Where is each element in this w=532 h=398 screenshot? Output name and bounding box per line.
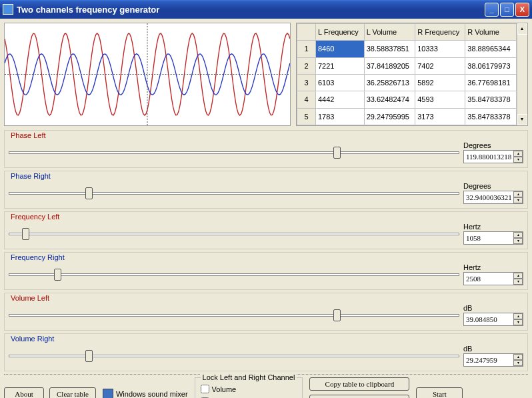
unit-label: dB bbox=[463, 345, 523, 353]
lock-volume-label: Volume bbox=[212, 385, 237, 393]
unit-label: Degrees bbox=[463, 182, 523, 190]
table-header[interactable]: L Frequency bbox=[316, 24, 365, 41]
group-vol-left: Volume LeftdB▴▾ bbox=[4, 293, 528, 331]
table-row[interactable]: 3610336.25826713589236.77698181 bbox=[297, 74, 517, 91]
spin-down-icon[interactable]: ▾ bbox=[513, 157, 523, 163]
unit-label: dB bbox=[463, 304, 523, 312]
mixer-label: Windows sound mixer bbox=[116, 390, 188, 398]
table-header[interactable]: R Frequency bbox=[415, 24, 465, 41]
vol-right-input[interactable] bbox=[464, 354, 513, 366]
lock-legend: Lock Left and Right Channel bbox=[201, 373, 297, 381]
titlebar[interactable]: Two channels frequency generator _ □ X bbox=[0, 0, 532, 19]
unit-label: Hertz bbox=[463, 263, 523, 271]
scroll-up-icon[interactable]: ▴ bbox=[517, 23, 527, 35]
group-legend: Frequency Right bbox=[9, 253, 67, 261]
freq-right-input[interactable] bbox=[464, 273, 513, 285]
table-scrollbar[interactable]: ▴ ▾ bbox=[517, 23, 527, 125]
group-legend: Frequency Left bbox=[9, 213, 61, 221]
group-freq-left: Frequency LeftHertz▴▾ bbox=[4, 211, 528, 249]
spin-up-icon[interactable]: ▴ bbox=[513, 191, 523, 197]
lock-volume-checkbox[interactable] bbox=[201, 385, 209, 393]
table-row[interactable]: 4444233.62482474459335.84783378 bbox=[297, 91, 517, 108]
group-legend: Phase Left bbox=[9, 131, 48, 139]
clear-table-button[interactable]: Clear table bbox=[49, 387, 96, 398]
scroll-down-icon[interactable]: ▾ bbox=[517, 114, 527, 125]
unit-label: Degrees bbox=[463, 141, 523, 149]
group-legend: Volume Left bbox=[9, 294, 51, 302]
table-header[interactable] bbox=[297, 24, 316, 41]
spin-up-icon[interactable]: ▴ bbox=[513, 313, 523, 319]
spin-up-icon[interactable]: ▴ bbox=[513, 151, 523, 157]
table-row[interactable]: 1846038.588378511033338.88965344 bbox=[297, 41, 517, 57]
lock-channel-group: Lock Left and Right Channel Volume Frequ… bbox=[195, 377, 303, 398]
freq-left-input[interactable] bbox=[464, 232, 513, 244]
group-phase-right: Phase RightDegrees▴▾ bbox=[4, 171, 528, 209]
minimize-button[interactable]: _ bbox=[485, 3, 499, 17]
table-header[interactable]: R Volume bbox=[465, 24, 516, 41]
window-title: Two channels frequency generator bbox=[17, 5, 159, 15]
spin-up-icon[interactable]: ▴ bbox=[513, 232, 523, 238]
unit-label: Hertz bbox=[463, 223, 523, 231]
spin-down-icon[interactable]: ▾ bbox=[513, 319, 523, 325]
sound-mixer-link[interactable]: Windows sound mixer bbox=[103, 377, 188, 398]
group-phase-left: Phase LeftDegrees▴▾ bbox=[4, 130, 528, 168]
spin-up-icon[interactable]: ▴ bbox=[513, 354, 523, 360]
vol-left-input[interactable] bbox=[464, 313, 513, 325]
vol-left-slider[interactable] bbox=[9, 309, 459, 321]
freq-right-slider[interactable] bbox=[9, 269, 459, 281]
app-icon bbox=[3, 4, 13, 15]
spin-down-icon[interactable]: ▾ bbox=[513, 197, 523, 203]
close-button[interactable]: X bbox=[515, 3, 529, 17]
mixer-icon bbox=[103, 389, 113, 398]
capture-data-button[interactable]: Capture Data Point to table bbox=[309, 395, 409, 398]
spin-down-icon[interactable]: ▾ bbox=[513, 360, 523, 366]
table-header[interactable]: L Volume bbox=[364, 24, 415, 41]
start-button[interactable]: Start bbox=[416, 387, 463, 398]
copy-table-button[interactable]: Copy table to clipboard bbox=[309, 377, 409, 391]
phase-right-slider[interactable] bbox=[9, 187, 459, 199]
table-row[interactable]: 2722137.84189205740238.06179973 bbox=[297, 57, 517, 74]
spin-down-icon[interactable]: ▾ bbox=[513, 279, 523, 285]
vol-right-slider[interactable] bbox=[9, 350, 459, 362]
phase-right-input[interactable] bbox=[464, 191, 513, 203]
maximize-button[interactable]: □ bbox=[500, 3, 514, 17]
freq-left-slider[interactable] bbox=[9, 228, 459, 240]
spin-down-icon[interactable]: ▾ bbox=[513, 238, 523, 244]
group-freq-right: Frequency RightHertz▴▾ bbox=[4, 252, 528, 290]
group-legend: Volume Right bbox=[9, 335, 56, 343]
waveform-display bbox=[4, 23, 291, 126]
about-button[interactable]: About bbox=[4, 387, 44, 398]
group-vol-right: Volume RightdB▴▾ bbox=[4, 333, 528, 371]
group-legend: Phase Right bbox=[9, 172, 53, 180]
phase-left-slider[interactable] bbox=[9, 147, 459, 159]
table-row[interactable]: 5178329.24795995317335.84783378 bbox=[297, 108, 517, 125]
data-table[interactable]: L FrequencyL VolumeR FrequencyR Volume18… bbox=[296, 23, 528, 126]
spin-up-icon[interactable]: ▴ bbox=[513, 273, 523, 279]
phase-left-input[interactable] bbox=[464, 151, 513, 163]
